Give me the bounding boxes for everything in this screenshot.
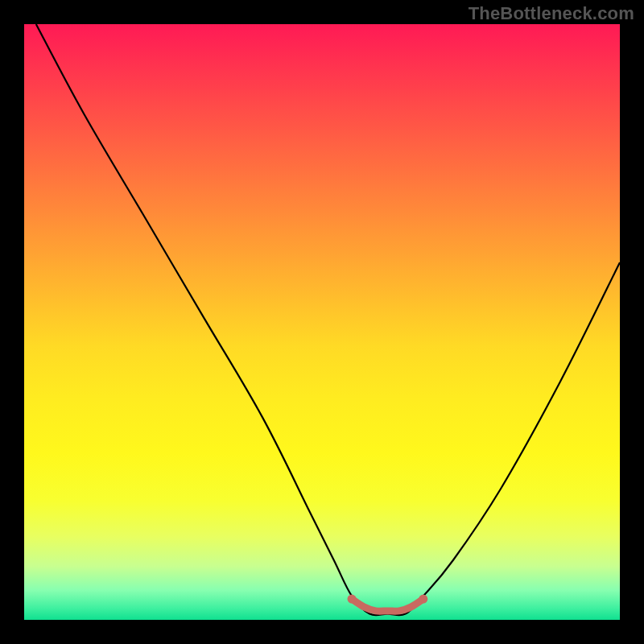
chart-svg xyxy=(24,24,620,620)
flat-zone-start-dot xyxy=(348,595,357,604)
flat-zone-end-dot xyxy=(419,595,427,604)
plot-area xyxy=(24,24,620,620)
watermark-text: TheBottleneck.com xyxy=(469,3,634,24)
optimal-flat-zone xyxy=(352,599,423,611)
bottleneck-curve xyxy=(36,24,620,615)
